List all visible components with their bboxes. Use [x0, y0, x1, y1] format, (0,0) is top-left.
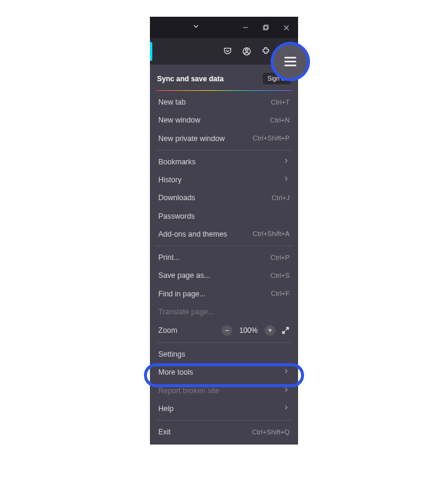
- menu-find[interactable]: Find in page... Ctrl+F: [150, 285, 298, 303]
- menu-passwords[interactable]: Passwords: [150, 207, 298, 225]
- menu-label: Report broken site: [158, 386, 219, 396]
- zoom-label: Zoom: [158, 326, 177, 335]
- menu-label: Passwords: [158, 212, 195, 221]
- menu-new-private-window[interactable]: New private window Ctrl+Shift+P: [150, 130, 298, 148]
- fullscreen-button[interactable]: [280, 325, 291, 336]
- menu-label: New window: [158, 115, 200, 125]
- menu-new-tab[interactable]: New tab Ctrl+T: [150, 93, 298, 111]
- menu-label: New tab: [158, 97, 186, 107]
- menu-report-broken-site: Report broken site: [150, 382, 298, 400]
- menu-new-window[interactable]: New window Ctrl+N: [150, 111, 298, 129]
- shortcut: Ctrl+Shift+A: [253, 229, 290, 238]
- menu-label: Downloads: [158, 193, 195, 203]
- active-tab-indicator: [150, 42, 152, 61]
- menu-bookmarks[interactable]: Bookmarks: [150, 153, 298, 171]
- shortcut: Ctrl+N: [270, 116, 290, 125]
- zoom-in-button[interactable]: +: [265, 325, 275, 336]
- browser-window: Sync and save data Sign In New tab Ctrl+…: [150, 17, 298, 445]
- menu-label: History: [158, 175, 182, 185]
- menu-history[interactable]: History: [150, 171, 298, 189]
- menu-zoom: Zoom − 100% +: [150, 321, 298, 340]
- chevron-right-icon: [283, 404, 290, 413]
- menu-label: New private window: [158, 134, 225, 143]
- extensions-icon[interactable]: [260, 45, 272, 57]
- menu-label: Add-ons and themes: [158, 229, 227, 239]
- shortcut: Ctrl+Shift+P: [253, 134, 290, 143]
- shortcut: Ctrl+S: [271, 271, 290, 280]
- account-icon[interactable]: [241, 45, 253, 57]
- zoom-out-button[interactable]: −: [222, 325, 232, 336]
- menu-addons[interactable]: Add-ons and themes Ctrl+Shift+A: [150, 225, 298, 243]
- menu-label: Exit: [158, 427, 171, 437]
- menu-more-tools[interactable]: More tools: [150, 363, 298, 381]
- pocket-icon[interactable]: [222, 45, 234, 57]
- menu-label: Find in page...: [158, 289, 205, 299]
- maximize-button[interactable]: [260, 22, 272, 33]
- window-titlebar: [150, 17, 298, 38]
- menu-downloads[interactable]: Downloads Ctrl+J: [150, 189, 298, 207]
- svg-rect-1: [265, 25, 269, 29]
- close-button[interactable]: [280, 22, 292, 33]
- minimize-button[interactable]: [240, 22, 251, 33]
- menu-settings[interactable]: Settings: [150, 345, 298, 363]
- separator: [156, 150, 292, 151]
- zoom-value: 100%: [237, 326, 260, 335]
- shortcut: Ctrl+F: [271, 289, 290, 298]
- app-menu: Sync and save data Sign In New tab Ctrl+…: [150, 65, 298, 445]
- svg-rect-2: [263, 26, 268, 30]
- menu-label: Save page as...: [158, 271, 210, 280]
- chevron-right-icon: [283, 175, 290, 185]
- chevron-right-icon: [283, 157, 290, 167]
- rainbow-separator: [156, 90, 292, 91]
- sync-label: Sync and save data: [157, 75, 223, 83]
- menu-label: Settings: [158, 350, 185, 359]
- menu-print[interactable]: Print... Ctrl+P: [150, 249, 298, 266]
- menu-label: Translate page...: [158, 307, 214, 317]
- svg-point-6: [246, 49, 248, 51]
- shortcut: Ctrl+T: [271, 98, 290, 107]
- shortcut: Ctrl+P: [271, 253, 290, 262]
- separator: [156, 342, 292, 343]
- app-menu-button[interactable]: [271, 42, 310, 81]
- menu-save-page[interactable]: Save page as... Ctrl+S: [150, 266, 298, 284]
- menu-translate: Translate page...: [150, 303, 298, 321]
- separator: [156, 246, 292, 246]
- chevron-right-icon: [283, 386, 290, 396]
- menu-label: Print...: [158, 253, 180, 262]
- shortcut: Ctrl+Shift+Q: [252, 428, 290, 437]
- chevron-right-icon: [283, 367, 290, 377]
- menu-help[interactable]: Help: [150, 400, 298, 418]
- tab-dropdown-icon[interactable]: [192, 22, 200, 33]
- menu-label: Bookmarks: [158, 157, 196, 167]
- separator: [156, 420, 292, 421]
- menu-label: More tools: [158, 367, 193, 377]
- menu-exit[interactable]: Exit Ctrl+Shift+Q: [150, 423, 298, 441]
- menu-label: Help: [158, 404, 174, 413]
- shortcut: Ctrl+J: [272, 194, 290, 203]
